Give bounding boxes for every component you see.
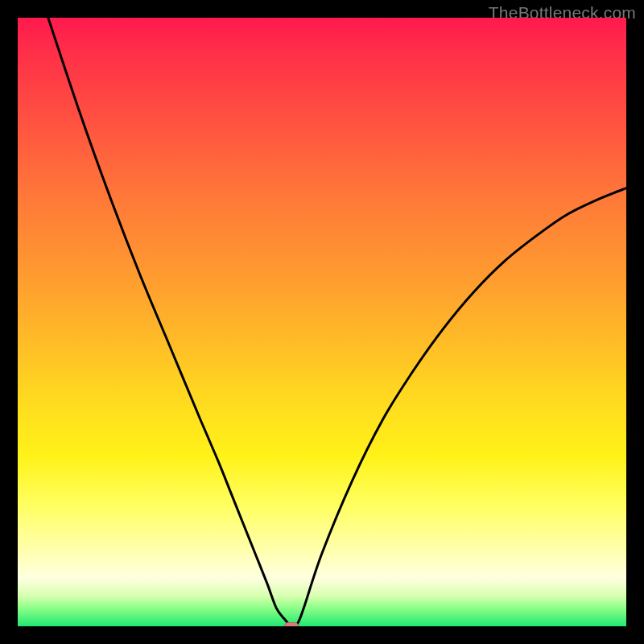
plot-area — [18, 18, 626, 626]
bottleneck-curve — [18, 18, 626, 626]
optimal-point-marker — [284, 622, 299, 626]
chart-frame: TheBottleneck.com — [0, 0, 644, 644]
